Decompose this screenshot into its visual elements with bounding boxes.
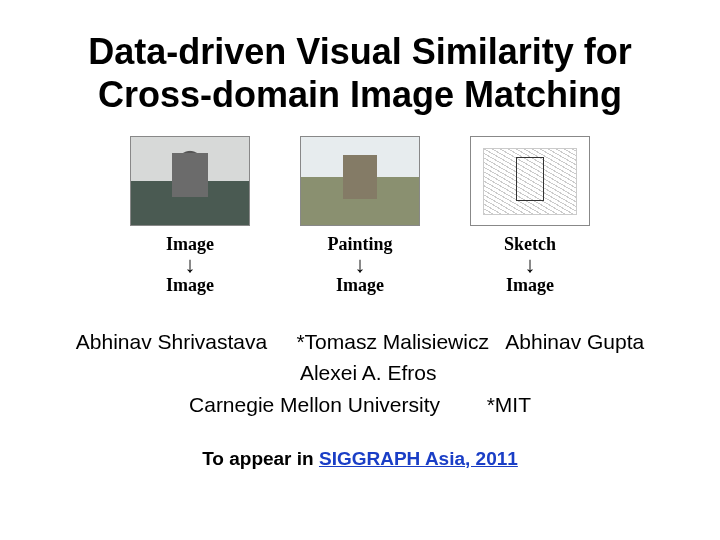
pair-label-1: Painting ↓ Image [300,234,420,295]
image-row [40,136,680,226]
thumb-image [130,136,250,226]
affiliations-line: Carnegie Mellon University *MIT [40,389,680,421]
pair-bottom: Image [336,275,384,295]
thumb-painting [300,136,420,226]
venue-prefix: To appear in [202,448,319,469]
down-arrow-icon: ↓ [130,255,250,275]
slide: Data-driven Visual Similarity for Cross-… [0,0,720,540]
page-title: Data-driven Visual Similarity for Cross-… [40,30,680,116]
authors-block: Abhinav Shrivastava *Tomasz Malisiewicz … [40,326,680,421]
venue-link[interactable]: SIGGRAPH Asia, 2011 [319,448,518,469]
pair-bottom: Image [506,275,554,295]
venue-line: To appear in SIGGRAPH Asia, 2011 [40,448,680,470]
label-row: Image ↓ Image Painting ↓ Image Sketch ↓ … [40,234,680,295]
pair-label-0: Image ↓ Image [130,234,250,295]
thumb-sketch [470,136,590,226]
pair-bottom: Image [166,275,214,295]
down-arrow-icon: ↓ [300,255,420,275]
pair-label-2: Sketch ↓ Image [470,234,590,295]
authors-line: Abhinav Shrivastava *Tomasz Malisiewicz … [40,326,680,389]
down-arrow-icon: ↓ [470,255,590,275]
